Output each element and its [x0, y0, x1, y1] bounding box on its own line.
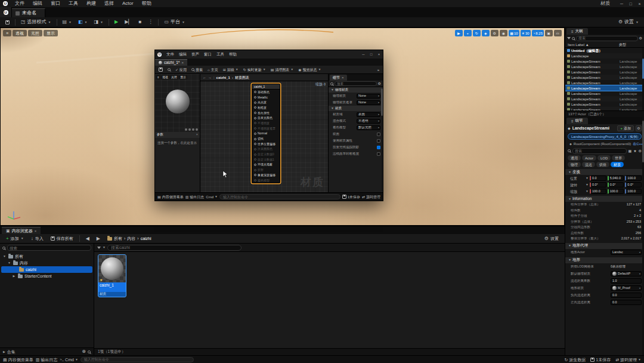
- location-x-field[interactable]: 0.0: [590, 176, 606, 181]
- details-tab[interactable]: 细节 ×: [330, 75, 347, 81]
- pin-circle-icon[interactable]: [254, 133, 256, 135]
- pin-circle-icon[interactable]: [254, 179, 256, 182]
- toolbar-overflow-button[interactable]: »: [376, 66, 381, 73]
- asset-tab[interactable]: caizhi_1* ×: [155, 59, 187, 66]
- pin-circle-icon[interactable]: [254, 112, 256, 114]
- chevron-down-icon[interactable]: ▼: [586, 183, 589, 186]
- node-pin-row[interactable]: 高光度: [252, 100, 280, 105]
- breadcrumb[interactable]: 所有 › 内容 › caizhi: [104, 234, 154, 243]
- menu-item[interactable]: 窗口: [202, 50, 214, 59]
- section-physical-material[interactable]: ▼物理材质: [329, 87, 383, 93]
- blueprints-button[interactable]: ◧▼: [75, 18, 91, 27]
- console-input[interactable]: [80, 357, 194, 362]
- material-result-node[interactable]: caizhi_1 基础颜色: [252, 84, 280, 183]
- preview-viewport[interactable]: ≡ 透视 光照 显示: [155, 74, 200, 132]
- forward-icon[interactable]: →: [208, 76, 212, 79]
- node-pin-row[interactable]: 环境光遮蔽: [252, 162, 280, 168]
- asset-search-input[interactable]: [107, 245, 242, 251]
- add-collection-icon[interactable]: ⊕: [82, 349, 86, 354]
- pin-circle-icon[interactable]: [254, 143, 256, 145]
- pin-circle-icon[interactable]: [254, 174, 256, 176]
- section-landscape[interactable]: ▼地形: [565, 257, 644, 263]
- pin-circle-icon[interactable]: [254, 96, 256, 99]
- pin-circle-icon[interactable]: [254, 138, 256, 140]
- viewport-tool-icon[interactable]: ◈: [482, 30, 490, 36]
- add-component-button[interactable]: +添加: [617, 125, 634, 131]
- menu-item[interactable]: 编辑: [177, 50, 189, 59]
- viewport-tool-icon[interactable]: +: [464, 30, 472, 36]
- node-pin-row[interactable]: 折射: [252, 167, 280, 173]
- play-button[interactable]: ▶: [112, 18, 121, 27]
- content-browser-tab[interactable]: ▣ 内容浏览器 ×: [2, 227, 41, 234]
- node-pin-row[interactable]: 不透明度遮罩: [252, 126, 280, 131]
- viewport-tool-icon[interactable]: ⚙: [491, 30, 499, 36]
- quick-add-button[interactable]: ▤▼: [60, 18, 75, 27]
- tree-item-startercontent[interactable]: ▶StarterContent: [0, 273, 94, 279]
- pin-circle-icon[interactable]: [254, 127, 256, 130]
- details-settings-icon[interactable]: ⚙: [636, 125, 642, 131]
- outliner-search-input[interactable]: [576, 36, 638, 41]
- expander-icon[interactable]: ▶: [12, 275, 16, 278]
- breadcrumb-current[interactable]: caizhi: [141, 236, 151, 241]
- history-forward-button[interactable]: ▶: [94, 234, 103, 243]
- asset-card-caizhi1[interactable]: ★ caizhi_1 材质: [98, 255, 126, 297]
- level-viewport[interactable]: ≡ 透视 光照 显示 ▶ +: [0, 27, 565, 226]
- minimize-icon[interactable]: ─: [617, 2, 626, 6]
- viewport-tool-icon[interactable]: ↻: [473, 30, 481, 36]
- unsaved-button[interactable]: 1未保存: [590, 358, 611, 362]
- node-pin-row[interactable]: 自定义数据1: [252, 157, 280, 162]
- node-pin-row[interactable]: 切线: [252, 136, 280, 141]
- play-options-button[interactable]: ⋮: [145, 18, 156, 27]
- node-pin-row[interactable]: 基础颜色: [252, 90, 280, 95]
- back-icon[interactable]: ←: [203, 76, 206, 79]
- cmd-dropdown[interactable]: Cmd▼: [206, 195, 218, 199]
- node-pin-row[interactable]: 像素深度偏移: [252, 173, 280, 178]
- chevron-down-icon[interactable]: ▼: [103, 246, 106, 249]
- node-pin-row[interactable]: 粗糙度: [252, 105, 280, 110]
- landscape-actor-dropdown[interactable]: Landsc: [611, 250, 642, 255]
- viewport-tool-icon[interactable]: ▭: [554, 30, 562, 36]
- preview-show-dropdown[interactable]: 显示: [179, 75, 187, 79]
- node-pin-row[interactable]: Metallic: [252, 95, 280, 100]
- section-landscape-proxy[interactable]: ▼地形代理: [565, 243, 644, 249]
- node-pin-row[interactable]: 次表面颜色: [252, 147, 280, 152]
- chevron-down-icon[interactable]: ▼: [586, 177, 589, 180]
- menu-item[interactable]: 工具: [214, 50, 227, 59]
- viewport-tool-icon[interactable]: ▶: [455, 30, 463, 36]
- filter-chip[interactable]: Actor: [582, 155, 596, 161]
- viewport-menu-button[interactable]: ≡: [3, 30, 11, 36]
- checkbox[interactable]: [377, 152, 380, 156]
- viewport-tool-icon[interactable]: ◉: [500, 30, 507, 36]
- derived-data-button[interactable]: ↻派生数据: [564, 358, 586, 362]
- node-pin-row[interactable]: Normal: [252, 131, 280, 137]
- positive-stream-field[interactable]: 0.0: [611, 300, 642, 305]
- content-drawer-button[interactable]: ▤内容侧滑菜单: [3, 358, 33, 362]
- node-pin-row[interactable]: 自发光颜色: [252, 115, 280, 121]
- cb-settings-dropdown[interactable]: ⚙设置: [541, 234, 562, 243]
- scale-y-field[interactable]: 100.0: [608, 189, 624, 194]
- save-level-button[interactable]: [2, 18, 13, 27]
- outliner-row[interactable]: LandscapeStream Landscape: [565, 91, 644, 96]
- output-log-button[interactable]: ▥输出日志: [185, 195, 205, 199]
- tree-item-content[interactable]: ▼内容: [0, 260, 94, 266]
- pin-circle-icon[interactable]: [254, 101, 256, 104]
- home-button[interactable]: ⌂主页: [206, 66, 220, 73]
- property-dropdown[interactable]: None: [357, 100, 380, 105]
- gear-icon[interactable]: ⚙: [639, 149, 642, 153]
- filter-chip[interactable]: 流送: [582, 162, 595, 167]
- skip-button[interactable]: ▶▏: [122, 18, 135, 27]
- outliner-row[interactable]: LandscapeStream Landscape: [565, 107, 644, 110]
- rotation-z-field[interactable]: 0.0°: [625, 182, 642, 187]
- menu-item[interactable]: 窗口: [47, 0, 64, 7]
- preview-shape-buttons[interactable]: [185, 128, 198, 131]
- lock-icon[interactable]: ▼: [586, 190, 589, 193]
- property-dropdown[interactable]: 表面: [357, 112, 380, 117]
- search-icon[interactable]: [88, 350, 91, 353]
- outliner-row[interactable]: LandscapeStream Landscape: [565, 85, 644, 91]
- pin-circle-icon[interactable]: [254, 117, 256, 119]
- property-dropdown[interactable]: None: [357, 94, 380, 99]
- close-icon[interactable]: ×: [196, 133, 198, 137]
- checkbox[interactable]: [377, 146, 380, 149]
- preview-lit-dropdown[interactable]: 光照: [170, 75, 178, 79]
- filter-funnel-icon[interactable]: [97, 247, 101, 249]
